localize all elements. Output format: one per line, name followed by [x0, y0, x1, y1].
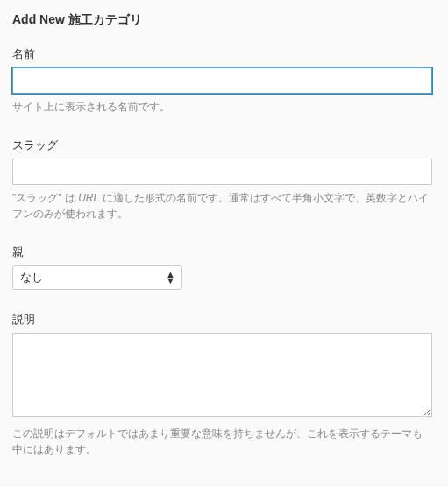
name-input[interactable] [12, 67, 432, 94]
name-help: サイト上に表示される名前です。 [12, 99, 432, 116]
page-title: Add New 施工カテゴリ [12, 12, 432, 28]
parent-select[interactable]: なし [12, 265, 182, 290]
add-term-form: Add New 施工カテゴリ 名前 サイト上に表示される名前です。 スラッグ "… [0, 0, 448, 484]
description-input[interactable] [12, 333, 432, 417]
name-label: 名前 [12, 47, 432, 62]
slug-label: スラッグ [12, 138, 432, 153]
field-description: 説明 この説明はデフォルトではあまり重要な意味を持ちませんが、これを表示するテー… [12, 313, 432, 458]
field-slug: スラッグ "スラッグ" は URL に適した形式の名前です。通常はすべて半角小文… [12, 138, 432, 222]
parent-label: 親 [12, 245, 432, 260]
field-name: 名前 サイト上に表示される名前です。 [12, 47, 432, 116]
field-parent: 親 なし ▲▼ [12, 245, 432, 290]
description-help: この説明はデフォルトではあまり重要な意味を持ちませんが、これを表示するテーマも中… [12, 426, 432, 458]
description-label: 説明 [12, 313, 432, 328]
parent-select-wrap: なし ▲▼ [12, 265, 182, 290]
slug-input[interactable] [12, 159, 432, 185]
slug-help: "スラッグ" は URL に適した形式の名前です。通常はすべて半角小文字で、英数… [12, 190, 432, 222]
